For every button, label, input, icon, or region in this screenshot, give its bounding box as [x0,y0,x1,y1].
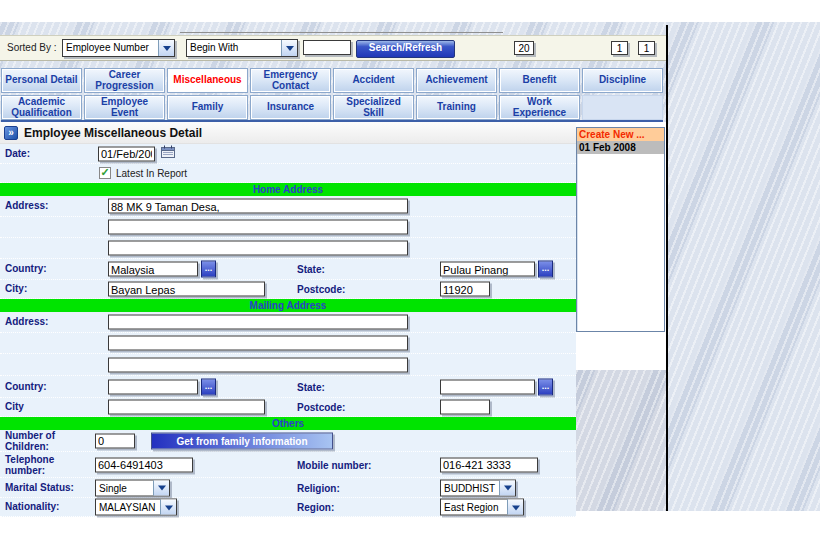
nationality-value: MALAYSIAN [96,500,160,515]
postcode-label: Postcode: [297,402,427,413]
sort-field-value: Employee Number [63,40,158,56]
region-label: Region: [297,502,427,513]
module-tabs: Personal Detail Career Progression Misce… [1,68,663,122]
mailing-address-line1-input[interactable] [108,315,408,330]
country-label: Country: [5,263,91,275]
top-divider-line [180,32,503,33]
tab-specialized-skill[interactable]: Specialized Skill [333,95,414,120]
match-mode-value: Begin With [187,40,281,56]
tab-family[interactable]: Family [167,95,248,120]
religion-select[interactable]: BUDDHIST [440,479,516,496]
tab-benefit[interactable]: Benefit [499,68,580,93]
latest-in-report-label: Latest In Report [116,168,187,179]
home-city-postcode-row: City: Postcode: [0,280,576,299]
sort-field-select[interactable]: Employee Number [62,39,175,57]
record-listbox[interactable]: Create New ... 01 Feb 2008 [576,127,665,332]
home-address-line2-input[interactable] [108,220,408,235]
home-address-line3-input[interactable] [108,241,408,256]
address-label: Address: [5,200,91,212]
date-label: Date: [5,148,91,160]
mailing-state-lookup-button[interactable]: ... [538,378,553,395]
latest-in-report-checkbox[interactable]: ✓ [99,167,111,179]
match-mode-select[interactable]: Begin With [186,39,298,57]
tab-employee-event[interactable]: Employee Event [84,95,165,120]
tab-discipline[interactable]: Discipline [582,68,663,93]
mailing-address-line3-input[interactable] [108,357,408,372]
search-input[interactable] [303,40,351,55]
date-row: Date: [0,144,576,164]
chevron-down-icon [507,500,523,515]
telephone-mobile-row: Telephone number: Mobile number: [0,452,576,478]
tab-academic-qualification[interactable]: Academic Qualification [1,95,82,120]
page-title: Employee Miscellaneous Detail [24,126,202,140]
religion-value: BUDDHIST [441,480,499,495]
tab-emergency-contact[interactable]: Emergency Contact [250,68,331,93]
tab-career-progression[interactable]: Career Progression [84,68,165,93]
home-country-input[interactable] [108,262,198,277]
chevron-down-icon [158,40,174,56]
mailing-address-line3-row [0,354,576,376]
nationality-select[interactable]: MALAYSIAN [95,499,177,516]
app-window: Sorted By : Employee Number Begin With S… [0,0,820,559]
marital-status-value: Single [96,480,153,495]
mailing-postcode-input[interactable] [440,400,490,415]
tab-accident[interactable]: Accident [333,68,414,93]
search-toolbar: Sorted By : Employee Number Begin With S… [0,35,666,61]
home-address-line1-input[interactable] [108,199,408,214]
city-label: City: [5,283,91,295]
page-number-input[interactable] [611,41,628,55]
home-state-input[interactable] [440,262,535,277]
home-postcode-input[interactable] [440,282,490,297]
home-country-state-row: Country: ... State: ... [0,259,576,280]
state-label: State: [297,381,427,392]
search-refresh-button[interactable]: Search/Refresh [356,40,455,58]
tab-personal-detail[interactable]: Personal Detail [1,68,82,93]
chevron-down-icon [160,500,176,515]
mailing-city-input[interactable] [108,400,265,415]
nationality-region-row: Nationality: MALAYSIAN Region: East Regi… [0,498,576,517]
mailing-address-line2-input[interactable] [108,336,408,351]
mobile-number-input[interactable] [440,457,538,472]
telephone-number-label: Telephone number: [5,453,91,476]
home-address-line3-row [0,238,576,259]
mailing-country-lookup-button[interactable]: ... [201,378,216,395]
mailing-country-input[interactable] [108,379,198,394]
mailing-state-input[interactable] [440,379,535,394]
tab-training[interactable]: Training [416,95,497,120]
page-size-input[interactable] [514,41,534,55]
tab-work-experience[interactable]: Work Experience [499,95,580,120]
latest-in-report-row: ✓ Latest In Report [0,164,576,183]
address-label: Address: [5,316,91,328]
state-label: State: [297,264,427,275]
home-city-input[interactable] [108,282,265,297]
record-list-item[interactable]: 01 Feb 2008 [577,141,664,154]
create-new-item[interactable]: Create New ... [577,128,664,141]
page-title-bar: » Employee Miscellaneous Detail [0,122,576,144]
calendar-icon[interactable] [161,145,176,163]
number-of-children-label: Number of Children: [5,429,91,452]
home-address-section-header: Home Address [0,183,576,196]
marital-status-select[interactable]: Single [95,479,170,496]
chevron-down-icon [281,40,297,56]
children-row: Number of Children: Get from family info… [0,430,576,452]
chevron-down-icon [153,480,169,495]
marital-status-label: Marital Status: [5,482,91,494]
tab-insurance[interactable]: Insurance [250,95,331,120]
frame-divider-line [666,25,668,511]
form-content: » Employee Miscellaneous Detail Date: ✓ … [0,122,576,517]
region-select[interactable]: East Region [440,499,524,516]
date-input[interactable] [98,146,155,161]
home-state-lookup-button[interactable]: ... [538,261,553,278]
country-label: Country: [5,381,91,393]
tab-achievement[interactable]: Achievement [416,68,497,93]
number-of-children-input[interactable] [95,433,135,448]
marital-religion-row: Marital Status: Single Religion: BUDDHIS… [0,478,576,498]
page-total-input[interactable] [638,41,655,55]
arrow-right-icon: » [4,126,18,140]
religion-label: Religion: [297,482,427,493]
telephone-number-input[interactable] [95,457,193,472]
home-address-line1-row: Address: [0,196,576,217]
home-country-lookup-button[interactable]: ... [201,261,216,278]
tab-miscellaneous[interactable]: Miscellaneous [167,68,248,93]
get-from-family-information-button[interactable]: Get from family information [151,432,333,449]
